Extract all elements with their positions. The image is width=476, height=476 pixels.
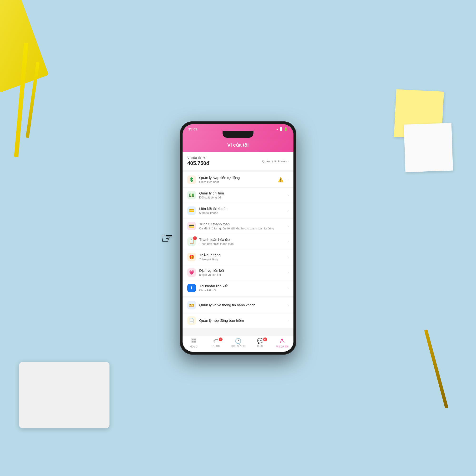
ve-text: Quản lý vé và thông tin hành khách [199, 303, 286, 307]
menu-item-chi-tieu[interactable]: 💵 Quản lý chi tiêu Đối soát dòng tiền › [183, 187, 293, 203]
bg-pen-decoration [424, 329, 448, 408]
qua-tang-chevron: › [288, 255, 289, 259]
lich-su-nav-label: LỊCH SỬ GD [231, 345, 245, 347]
hand-cursor: ☞ [161, 230, 173, 246]
facebook-icon: f [191, 286, 192, 290]
svg-rect-2 [194, 339, 196, 340]
bottom-nav: MOMO 🏷 7 ƯU ĐÃI 🕐 LỊCH SỬ GD 💬 11 CHAT [183, 336, 293, 352]
hoa-don-icon: 📋 [189, 239, 194, 244]
bao-hiem-icon: 📄 [189, 318, 194, 323]
bg-sticky-note-white [404, 123, 453, 172]
nav-item-chat[interactable]: 💬 11 CHAT [249, 338, 271, 348]
dich-vu-text: Dịch vụ liên kết 8 dịch vụ liên kết [199, 269, 286, 276]
svg-rect-4 [194, 341, 196, 342]
wallet-info: Ví của tôi 👁 405.750đ [187, 156, 209, 166]
header-title: Ví của tôi [227, 142, 249, 148]
svg-rect-1 [192, 339, 193, 340]
wifi-icon: ▲ [276, 127, 279, 131]
chat-badge: 11 [263, 338, 267, 341]
dich-vu-subtitle: 8 dịch vụ liên kết [199, 273, 286, 276]
menu-item-trinh-tu[interactable]: 💳 Trình tự thanh toán Cài đặt thứ tự ngu… [183, 219, 293, 234]
lien-ket-text: Liên kết tài khoản 5 thẻ/tài khoản [199, 206, 286, 215]
hoa-don-icon-wrap: 📋 1 [187, 237, 196, 246]
menu-item-tk-lien-ket[interactable]: f Tài khoản liên kết Chưa kết nối › [183, 280, 293, 296]
momo-nav-icon [191, 338, 196, 345]
nap-tien-subtitle: Chưa kích hoạt [199, 180, 278, 184]
chi-tieu-chevron: › [288, 193, 289, 197]
nap-tien-chevron: › [288, 178, 289, 182]
hoa-don-chevron: › [288, 239, 289, 244]
alert-icon: ⚠️ [278, 177, 284, 183]
phone-notch [222, 131, 254, 138]
chat-nav-label: CHAT [257, 345, 263, 347]
nav-item-vi-cua-toi[interactable]: VÍ CỦA TÔI [271, 338, 293, 348]
tk-lien-ket-subtitle: Chưa kết nối [199, 289, 286, 292]
trinh-tu-title: Trình tự thanh toán [199, 222, 286, 226]
hoa-don-badge: 1 [193, 236, 197, 240]
hoa-don-subtitle: 1 hoá đơn chưa thanh toán [199, 242, 286, 246]
bg-keyboard-decoration [19, 362, 109, 428]
nap-tien-title: Quản lý Nạp tiền tự động [199, 176, 278, 180]
menu-item-bao-hiem[interactable]: 📄 Quản lý hợp đồng bảo hiểm › [183, 313, 293, 328]
qua-tang-icon-wrap: 🎁 [187, 253, 196, 261]
manage-chevron-icon: › [288, 159, 289, 163]
signal-icon: ▊ [280, 127, 283, 131]
bao-hiem-icon-wrap: 📄 [187, 316, 196, 325]
chat-nav-icon: 💬 [257, 338, 263, 344]
svg-rect-3 [192, 341, 193, 342]
qua-tang-icon: 🎁 [189, 255, 194, 260]
menu-item-quan-ly-ve[interactable]: 🎫 Quản lý vé và thông tin hành khách › [183, 298, 293, 313]
qua-tang-subtitle: 7 thẻ quà tặng [199, 258, 286, 261]
status-time: 15:09 [188, 127, 197, 131]
bao-hiem-title: Quản lý hợp đồng bảo hiểm [199, 319, 286, 323]
nap-tien-text: Quản lý Nạp tiền tự động Chưa kích hoạt [199, 176, 278, 184]
lich-su-nav-icon: 🕐 [235, 338, 241, 344]
phone-frame: 15:09 ▲ ▊ 🔋 Ví của tôi Ví của tôi 👁 [180, 121, 296, 355]
ve-icon: 🎫 [189, 303, 194, 308]
menu-item-qua-tang[interactable]: 🎁 Thẻ quà tặng 7 thẻ quà tặng › [183, 249, 293, 265]
nav-item-lich-su[interactable]: 🕐 LỊCH SỬ GD [227, 338, 249, 348]
eye-icon[interactable]: 👁 [203, 156, 206, 160]
ve-title: Quản lý vé và thông tin hành khách [199, 303, 286, 307]
app-header: Ví của tôi [183, 140, 293, 152]
tk-lien-ket-text: Tài khoản liên kết Chưa kết nối [199, 284, 286, 292]
wallet-section: Ví của tôi 👁 405.750đ Quản lý tài khoản … [183, 152, 293, 170]
ve-chevron: › [288, 303, 289, 307]
nav-item-uu-dai[interactable]: 🏷 7 ƯU ĐÃI [205, 338, 227, 348]
trinh-tu-chevron: › [288, 224, 289, 228]
tk-lien-ket-chevron: › [288, 286, 289, 290]
content-area[interactable]: Ví của tôi 👁 405.750đ Quản lý tài khoản … [183, 152, 293, 336]
hoa-don-title: Thanh toán hóa đơn [199, 238, 286, 242]
main-menu-section: 💲 Quản lý Nạp tiền tự động Chưa kích hoạ… [183, 172, 293, 296]
chi-tieu-title: Quản lý chi tiêu [199, 191, 286, 195]
menu-item-hoa-don[interactable]: 📋 1 Thanh toán hóa đơn 1 hoá đơn chưa th… [183, 234, 293, 249]
qua-tang-title: Thẻ quà tặng [199, 253, 286, 257]
facebook-icon-wrap: f [187, 284, 196, 292]
chi-tieu-icon: 💵 [189, 192, 194, 198]
menu-item-nap-tien[interactable]: 💲 Quản lý Nạp tiền tự động Chưa kích hoạ… [183, 172, 293, 187]
uu-dai-badge: 7 [219, 338, 222, 341]
lien-ket-subtitle: 5 thẻ/tài khoản [199, 211, 286, 215]
menu-item-lien-ket[interactable]: 💳 Liên kết tài khoản 5 thẻ/tài khoản › [183, 203, 293, 219]
lien-ket-icon: 💳 [189, 208, 194, 213]
notch-area [183, 131, 293, 140]
bao-hiem-chevron: › [288, 319, 289, 323]
nav-item-momo[interactable]: MOMO [183, 338, 205, 348]
status-bar: 15:09 ▲ ▊ 🔋 [183, 124, 293, 131]
secondary-menu-section: 🎫 Quản lý vé và thông tin hành khách › 📄… [183, 298, 293, 328]
wallet-manage-button[interactable]: Quản lý tài khoản › [262, 159, 289, 163]
trinh-tu-text: Trình tự thanh toán Cài đặt thứ tự nguồn… [199, 222, 286, 230]
dich-vu-icon: 💗 [189, 270, 194, 275]
chi-tieu-icon-wrap: 💵 [187, 191, 196, 200]
lien-ket-chevron: › [288, 208, 289, 213]
lien-ket-icon-wrap: 💳 [187, 206, 196, 215]
tk-lien-ket-title: Tài khoản liên kết [199, 284, 286, 288]
chi-tieu-text: Quản lý chi tiêu Đối soát dòng tiền [199, 191, 286, 199]
menu-item-dich-vu[interactable]: 💗 Dịch vụ liên kết 8 dịch vụ liên kết › [183, 265, 293, 280]
nap-tien-icon-wrap: 💲 [187, 175, 196, 184]
svg-point-5 [281, 339, 283, 340]
wallet-label: Ví của tôi 👁 [187, 156, 209, 160]
chi-tieu-subtitle: Đối soát dòng tiền [199, 196, 286, 199]
vi-cua-toi-nav-icon [280, 338, 285, 345]
uu-dai-nav-icon: 🏷 [213, 338, 219, 344]
